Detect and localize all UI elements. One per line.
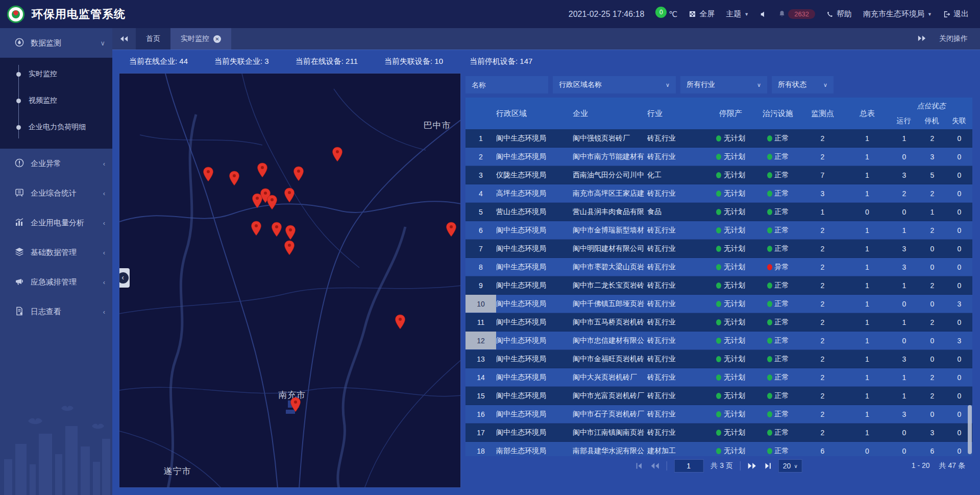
previous-page-button[interactable]: [650, 463, 659, 469]
first-page-button[interactable]: [635, 463, 643, 469]
sidebar-item-emergency-reduction[interactable]: 应急减排管理‹: [0, 267, 112, 297]
notification-area[interactable]: 2632: [778, 9, 815, 19]
fullscreen-button[interactable]: 全屏: [689, 9, 715, 19]
col-header[interactable]: 行政区域: [496, 98, 573, 129]
col-sub-header[interactable]: 停机: [918, 113, 946, 129]
table-row[interactable]: 5营山生态环境局营山县润丰肉食品有限食品无计划正常10010: [465, 203, 972, 221]
cell-run-count: 2: [890, 184, 918, 202]
cell-monitor-count: 2: [801, 350, 844, 368]
map-pin-icon[interactable]: [292, 166, 305, 181]
status-dot-icon: [767, 393, 772, 399]
sidebar-item-log-view[interactable]: 日志查看‹: [0, 297, 112, 326]
map-collapse-button[interactable]: ‹: [119, 268, 130, 288]
col-header[interactable]: 治污设施: [755, 98, 801, 129]
stats-board-icon: [14, 187, 26, 199]
sidebar-subitem[interactable]: 视频监控: [0, 87, 112, 114]
cell-meter-count: 0: [844, 203, 890, 221]
col-header[interactable]: 总表: [844, 98, 890, 129]
table-row[interactable]: 12阆中生态环境局阆中市忠信建材有限公砖瓦行业无计划正常21003: [465, 332, 972, 350]
map-pin-icon[interactable]: [283, 240, 296, 255]
table-row[interactable]: 15阆中生态环境局阆中市光富页岩机砖厂砖瓦行业无计划正常21120: [465, 387, 972, 405]
sidebar-item-basic-data[interactable]: 基础数据管理‹: [0, 238, 112, 267]
cell-industry: 食品: [647, 203, 706, 221]
status-dot-icon: [767, 338, 772, 344]
theme-dropdown[interactable]: 主题 ▼: [726, 9, 749, 19]
map-pin-icon[interactable]: [228, 171, 240, 186]
sidebar-item-data-monitoring[interactable]: 数据监测∨: [0, 28, 112, 58]
table-row[interactable]: 11阆中生态环境局阆中市五马桥页岩机砖砖瓦行业无计划正常21120: [465, 313, 972, 332]
table-row[interactable]: 18南部生态环境局南部县建华水泥有限公建材加工无计划正常60060: [465, 442, 972, 456]
status-filter-select[interactable]: 所有状态 ∨: [772, 76, 834, 93]
table-row[interactable]: 6阆中生态环境局阆中市金博瑞新型墙材砖瓦行业无计划正常21120: [465, 221, 972, 240]
map-pin-icon[interactable]: [331, 147, 344, 162]
sound-toggle[interactable]: [760, 11, 767, 18]
help-button[interactable]: 帮助: [826, 9, 852, 19]
map-pin-icon[interactable]: [394, 314, 406, 329]
industry-filter-select[interactable]: 所有行业 ∨: [680, 76, 767, 93]
filter-bar: 行政区域名称 ∨ 所有行业 ∨ 所有状态 ∨: [465, 76, 972, 93]
map-pin-icon[interactable]: [256, 162, 268, 178]
table-row[interactable]: 14阆中生态环境局阆中大兴页岩机砖厂砖瓦行业无计划正常21120: [465, 368, 972, 387]
table-row[interactable]: 2阆中生态环境局阆中市南方节能建材有砖瓦行业无计划正常21030: [465, 148, 972, 166]
cell-run-count: 0: [890, 423, 918, 441]
map-pin-icon[interactable]: [283, 187, 296, 203]
table-row[interactable]: 10阆中生态环境局阆中千佛镇五郎垭页岩砖瓦行业无计划正常21003: [465, 295, 972, 313]
next-page-button[interactable]: [748, 463, 756, 469]
sidebar-item-enterprise-abnormal[interactable]: 企业异常‹: [0, 149, 112, 178]
table-row[interactable]: 17阆中生态环境局阆中市江南镇阆南页岩砖瓦行业无计划正常21030: [465, 423, 972, 442]
cell-industry: 砖瓦行业: [647, 405, 706, 423]
layers-icon: [14, 247, 26, 258]
col-header[interactable]: 监测点: [801, 98, 844, 129]
table-row[interactable]: 1阆中生态环境局阆中强锐页岩砖厂砖瓦行业无计划正常21120: [465, 129, 972, 148]
cell-limit-status: 无计划: [706, 166, 755, 184]
map-pin-icon[interactable]: [202, 167, 214, 182]
map-panel[interactable]: 巴中市南充市遂宁市 ‹: [119, 73, 461, 488]
tab-close-icon[interactable]: ✕: [213, 35, 221, 43]
table-row[interactable]: 13阆中生态环境局阆中市金福旺页岩机砖砖瓦行业无计划正常21300: [465, 350, 972, 368]
stat-item: 当前失联企业: 3: [214, 57, 269, 66]
sidebar-subitem[interactable]: 实时监控: [0, 61, 112, 87]
table-row[interactable]: 16阆中生态环境局阆中市石子页岩机砖厂砖瓦行业无计划正常21300: [465, 405, 972, 423]
exit-button[interactable]: 退出: [943, 9, 969, 19]
cell-company: 南部县建华水泥有限公: [573, 442, 647, 456]
cell-facility-status: 正常: [755, 240, 801, 257]
cell-index: 3: [465, 166, 496, 184]
scrollbar-thumb[interactable]: [968, 405, 972, 454]
name-filter-input[interactable]: [465, 76, 548, 93]
cell-index: 7: [465, 240, 496, 257]
page-size-select[interactable]: 20 ∨: [778, 459, 802, 473]
close-operations-button[interactable]: 关闭操作: [939, 34, 968, 43]
tabs-scroll-left-button[interactable]: [112, 28, 136, 50]
table-row[interactable]: 3仪陇生态环境局西南油气田分公司川中化工无计划正常71350: [465, 166, 972, 184]
map-pin-icon[interactable]: [445, 222, 457, 237]
sidebar-item-power-analysis[interactable]: 企业用电量分析‹: [0, 208, 112, 238]
table-row[interactable]: 7阆中生态环境局阆中明阳建材有限公司砖瓦行业无计划正常21300: [465, 240, 972, 258]
last-page-button[interactable]: [764, 463, 771, 469]
col-sub-header[interactable]: 失联: [946, 113, 972, 129]
col-sub-header[interactable]: 运行: [890, 113, 918, 129]
sidebar-item-enterprise-statistics[interactable]: 企业综合统计‹: [0, 178, 112, 208]
tab-首页[interactable]: 首页: [136, 28, 170, 50]
map-pin-icon[interactable]: [284, 225, 297, 240]
col-header[interactable]: 企业: [573, 98, 647, 129]
map-pin-icon[interactable]: [271, 222, 283, 237]
stats-bar: 当前在线企业: 44当前失联企业: 3当前在线设备: 211当前失联设备: 10…: [112, 50, 980, 73]
cell-meter-count: 1: [844, 166, 890, 184]
sidebar-subitem[interactable]: 企业电力负荷明细: [0, 114, 112, 140]
region-filter-select[interactable]: 行政区域名称 ∨: [553, 76, 676, 93]
col-header[interactable]: 停限产: [706, 98, 755, 129]
org-dropdown[interactable]: 南充市生态环境局 ▼: [863, 9, 932, 19]
table-row[interactable]: 8阆中生态环境局阆中市枣碧大梁山页岩砖瓦行业无计划异常21300: [465, 258, 972, 276]
col-header[interactable]: 行业: [647, 98, 706, 129]
tabs-scroll-right-button[interactable]: [918, 35, 926, 43]
map-pin-icon[interactable]: [250, 221, 262, 236]
cell-monitor-count: 2: [801, 129, 844, 147]
tab-实时监控[interactable]: 实时监控✕: [170, 28, 231, 50]
map-pin-icon[interactable]: [289, 397, 302, 412]
map-pin-icon[interactable]: [266, 195, 278, 210]
page-number-input[interactable]: [674, 459, 703, 473]
cell-limit-status: 无计划: [706, 295, 755, 313]
table-row[interactable]: 4高坪生态环境局南充市高坪区王家店建砖瓦行业无计划正常31220: [465, 184, 972, 203]
cell-run-count: 3: [890, 405, 918, 423]
table-row[interactable]: 9阆中生态环境局阆中市二龙长宝页岩砖砖瓦行业无计划正常21120: [465, 276, 972, 295]
